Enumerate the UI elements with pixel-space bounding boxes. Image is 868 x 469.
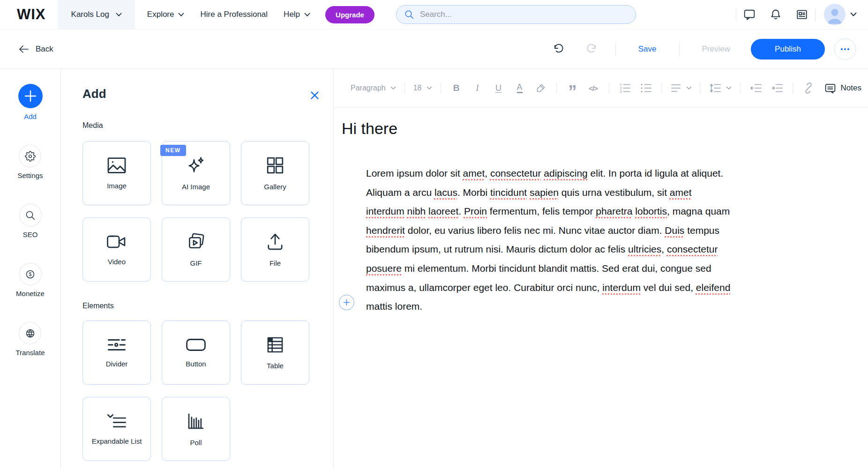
line-spacing-select[interactable] [709,82,732,94]
misspelled-word: laoreet [428,206,458,216]
add-tile-image[interactable]: Image [82,141,151,205]
italic-button[interactable]: I [471,81,485,95]
add-tile-table[interactable]: Table [241,320,309,385]
misspelled-word: interdum [602,282,641,293]
decrease-indent-button[interactable] [749,81,763,95]
divider [700,82,701,94]
sidebar-item-label: Translate [16,349,45,357]
news-card-icon [796,8,808,21]
add-circle [18,84,43,108]
messages-button[interactable] [743,8,756,21]
monetize-circle: $ [19,263,42,285]
paragraph-line: bibendum ipsum, ut rutrum nisi. Mauris d… [366,240,730,259]
section-label-media: Media [82,121,103,130]
nav-help[interactable]: Help [284,10,310,19]
add-tile-gallery[interactable]: Gallery [241,141,309,205]
new-badge: NEW [160,145,186,156]
increase-indent-button[interactable] [770,81,784,95]
expandable-list-icon [106,413,127,429]
bell-icon [770,8,782,21]
divider [615,42,616,57]
add-tile-expandable-list[interactable]: Expandable List [82,397,151,461]
divider [556,82,557,94]
post-paragraph[interactable]: Lorem ipsum dolor sit amet, consectetur … [366,164,730,316]
site-menu[interactable]: Karols Log [58,0,135,29]
highlighter-icon [536,83,546,93]
sidebar-item-label: Settings [17,171,43,179]
account-chevron-down-icon[interactable] [850,12,857,17]
sidebar-item-add[interactable]: Add [18,84,43,120]
text-run: maximus a, ullamcorper eget leo. Curabit… [366,282,602,293]
notes-label: Notes [841,83,861,93]
add-tile-ai-image[interactable]: NEW AI Image [162,141,230,205]
post-title[interactable]: Hi there [342,119,397,138]
avatar[interactable] [824,4,846,25]
media-grid: Image NEW AI Image Gallery Video GIF [82,141,309,282]
misspelled-word: Proin [464,206,487,216]
divider [661,82,662,94]
add-tile-file[interactable]: File [241,217,309,282]
nav-hire-a-professional[interactable]: Hire a Professional [200,10,268,19]
misspelled-word: consectetur [667,244,718,254]
add-panel-title: Add [82,87,106,101]
add-tile-divider[interactable]: Divider [82,320,151,385]
sidebar-item-monetize[interactable]: $ Monetize [16,263,45,298]
text-run: bibendum ipsum, ut rutrum nisi. Mauris d… [366,244,628,254]
align-icon [670,83,681,93]
save-button[interactable]: Save [638,45,657,54]
style-value: Paragraph [351,84,386,92]
file-upload-icon [266,232,284,251]
gif-icon [186,232,206,251]
paragraph-line: maximus a, ullamcorper eget leo. Curabit… [366,278,730,298]
text-run: vel dui sed, [641,282,696,293]
misspelled-word: lacus [434,187,457,198]
close-panel-button[interactable] [309,89,320,101]
divider [740,82,741,94]
publish-button[interactable]: Publish [751,39,825,60]
preview-button[interactable]: Preview [702,45,730,54]
back-button[interactable]: Back [19,30,53,68]
quote-button[interactable]: ” [565,81,579,95]
add-tile-video[interactable]: Video [82,217,151,282]
link-button[interactable] [801,81,816,95]
add-tile-poll[interactable]: Poll [162,397,230,461]
misspelled-word: hendrerit [366,225,405,236]
add-tile-button[interactable]: Button [162,320,230,385]
add-block-button[interactable] [339,295,354,310]
text-run: . [458,206,464,216]
code-block-button[interactable]: </> [586,81,600,95]
add-panel: Add Media Image NEW AI Image Gallery Vid… [61,69,334,469]
upgrade-button[interactable]: Upgrade [325,6,374,23]
text-run: quis urna vestibulum, sit [559,187,670,198]
text-run: dolor, eu varius libero felis nec mi. Nu… [405,225,665,236]
text-run: , magna quam [667,206,730,216]
sidebar-item-settings[interactable]: Settings [17,145,43,179]
font-size-select[interactable]: 18 [413,84,432,92]
search-input[interactable] [419,9,628,20]
nav-hire-label: Hire a Professional [200,10,268,19]
redo-button[interactable] [585,44,598,55]
sidebar-item-seo[interactable]: SEO [19,204,42,238]
alignment-select[interactable] [670,83,692,93]
numbered-list-button[interactable]: 123 [618,81,632,95]
bullet-list-button[interactable] [639,81,653,95]
highlight-button[interactable] [534,81,548,95]
bold-button[interactable]: B [449,81,464,95]
more-options-button[interactable] [834,38,856,60]
notifications-button[interactable] [770,8,782,21]
sidebar-item-label: Add [24,112,37,120]
undo-button[interactable] [553,44,565,55]
sidebar-item-label: SEO [23,231,38,238]
blog-dashboard-button[interactable] [796,8,808,21]
text-run: mattis lorem. [366,301,422,312]
search-bar[interactable] [396,5,636,24]
add-tile-gif[interactable]: GIF [162,217,230,282]
search-icon [404,9,414,20]
text-color-button[interactable]: A [513,81,527,95]
underline-button[interactable]: U [492,81,506,95]
sidebar-item-translate[interactable]: Translate [16,322,45,357]
paragraph-style-select[interactable]: Paragraph [351,84,396,92]
paragraph-line: posuere mi elementum. Morbi tincidunt bl… [366,259,730,278]
notes-button[interactable]: Notes [824,82,861,94]
nav-explore[interactable]: Explore [147,10,185,19]
